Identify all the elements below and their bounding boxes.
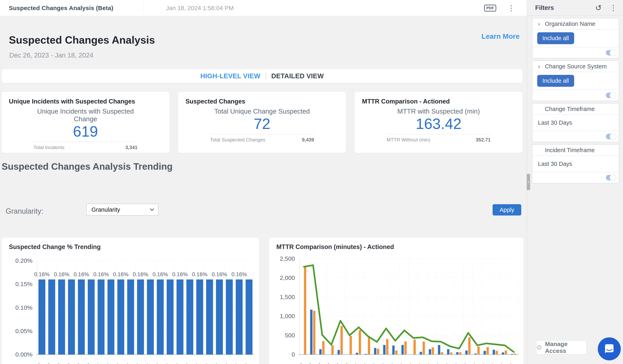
bar-bar-blue [337, 350, 340, 355]
filter-value[interactable]: Last 30 Days [538, 161, 572, 167]
bar-bar-orange [496, 351, 498, 355]
chart-title: MTTR Comparison (minutes) - Actioned [269, 238, 523, 251]
learn-more-link[interactable]: Learn More [482, 32, 520, 40]
tab-high-level-view[interactable]: HIGH-LEVEL VIEW [200, 72, 260, 80]
bar-bar-orange [359, 330, 361, 355]
filter-header-change-timeframe[interactable]: › Change Timeframe [532, 104, 619, 115]
bar [127, 279, 134, 355]
trend-line-line-green [304, 265, 514, 352]
bar [98, 279, 105, 355]
bar-bar-orange [423, 342, 425, 355]
bar-bar-orange [331, 345, 334, 355]
bar-bar-orange [477, 346, 480, 355]
bar [117, 279, 124, 355]
filter-header-organization-name[interactable]: › Organization Name [532, 18, 619, 29]
filter-toggle[interactable] [606, 175, 616, 180]
manage-access-button[interactable]: ⚙ Manage Access [536, 340, 587, 355]
panel-collapse-handle[interactable]: › [527, 174, 530, 190]
bar-bar-orange [487, 347, 489, 355]
bar-bar-blue [365, 354, 367, 355]
bar [137, 279, 144, 355]
toggle-knob [610, 50, 616, 56]
bar-data-label: 0.16% [93, 271, 109, 278]
kpi-footer-value: 352.71 [476, 137, 490, 143]
filter-title: Incident Timeframe [545, 147, 595, 153]
bar-data-label: 0.16% [133, 271, 148, 278]
filter-card-organization-name: › Organization Name Include all [532, 18, 619, 58]
filter-header-incident-timeframe[interactable]: › Incident Timeframe [532, 145, 619, 156]
chart-card-mttr-comparison: MTTR Comparison (minutes) - Actioned 050… [269, 238, 523, 364]
filter-toggle[interactable] [606, 50, 616, 56]
kpi-divider [210, 134, 314, 134]
chevron-right-icon[interactable]: › [538, 63, 544, 70]
bar [206, 279, 213, 355]
y-axis-tick: 2,000 [280, 274, 295, 281]
filters-more-options-icon[interactable]: ⋮ [610, 4, 617, 12]
kpi-footer-label: MTTR Without (min) [387, 137, 430, 143]
toggle-knob [610, 92, 616, 98]
y-axis-tick: 0 [291, 351, 295, 358]
bar-bar-blue [438, 345, 440, 355]
toggle-knob [610, 174, 616, 181]
granularity-select[interactable]: Granularity [87, 204, 158, 215]
kpi-card-title: MTTR Comparison - Actioned [362, 98, 515, 105]
bar-bar-orange [468, 337, 470, 355]
kpi-footer-label: Total Incidents [34, 145, 64, 150]
kpi-metric-label: MTTR with Suspected (min) [387, 107, 490, 115]
bar [216, 279, 223, 355]
bar-bar-blue [383, 345, 385, 355]
x-axis-tick: 12/31/23 [73, 362, 92, 364]
filter-toggle[interactable] [606, 134, 616, 139]
bar [48, 279, 55, 355]
more-options-icon[interactable]: ⋮ [508, 4, 515, 12]
bar-data-label: 0.16% [192, 271, 207, 278]
bar [78, 279, 85, 355]
y-axis-tick: 0.05% [15, 328, 32, 334]
bar-bar-blue [447, 349, 449, 355]
bar-bar-orange [340, 326, 343, 355]
bar-bar-blue [493, 350, 495, 355]
x-axis-tick: 12/31/23 [331, 362, 351, 364]
report-timestamp: Jan 18, 2024 1:56:04 PM [166, 5, 234, 12]
bar-bar-blue [401, 345, 403, 355]
include-all-button[interactable]: Include all [537, 75, 574, 87]
chart-title: Suspected Change % Trending [2, 238, 259, 251]
reset-filters-icon[interactable]: ↺ [595, 4, 601, 12]
filters-title: Filters [535, 4, 554, 12]
top-bar: Suspected Changes Analysis (Beta) Jan 18… [0, 0, 527, 16]
filter-toggle[interactable] [606, 93, 616, 98]
bar-bar-blue [374, 348, 376, 355]
include-all-button[interactable]: Include all [537, 32, 574, 44]
bar-data-label: 0.16% [74, 271, 89, 278]
suspected-change-trending-chart: 0.00%0.05%0.10%0.15%0.20%0.16%0.16%0.16%… [2, 251, 259, 364]
chat-launcher-button[interactable] [598, 337, 621, 360]
bar [226, 279, 233, 355]
bar-bar-orange [459, 352, 461, 355]
bar-bar-blue [484, 351, 486, 355]
bar-bar-orange [441, 352, 443, 355]
bar-bar-blue [420, 352, 422, 355]
bar-bar-orange [450, 352, 452, 355]
bar [177, 279, 183, 355]
bar-bar-orange [514, 354, 516, 355]
bar [38, 279, 45, 355]
kpi-card-unique-incidents: Unique Incidents with Suspected Changes … [2, 92, 169, 153]
filter-title: Change Source System [545, 63, 607, 70]
view-tabbar: HIGH-LEVEL VIEW DETAILED VIEW [2, 69, 522, 83]
tab-detailed-view[interactable]: DETAILED VIEW [271, 72, 324, 80]
filter-header-change-source-system[interactable]: › Change Source System [532, 61, 619, 72]
export-pdf-button[interactable]: PDF [484, 5, 496, 12]
y-axis-tick: 0.00% [15, 351, 32, 358]
bar [58, 279, 65, 355]
filter-value[interactable]: Last 30 Days [538, 119, 572, 126]
y-axis-tick: 1,000 [280, 313, 295, 320]
mttr-comparison-chart: 05001,0001,5002,0002,50012/26/2312/27/23… [269, 251, 523, 364]
y-axis-tick: 0.15% [15, 281, 32, 287]
chevron-right-icon[interactable]: › [538, 20, 544, 27]
bar [157, 279, 164, 355]
apply-button[interactable]: Apply [492, 204, 521, 215]
x-axis-tick: 12/26/23 [286, 362, 305, 364]
filter-card-incident-timeframe: › Incident Timeframe Last 30 Days [532, 145, 619, 183]
x-axis-tick: 12/30/23 [322, 362, 341, 364]
bar-data-label: 0.16% [231, 271, 247, 278]
